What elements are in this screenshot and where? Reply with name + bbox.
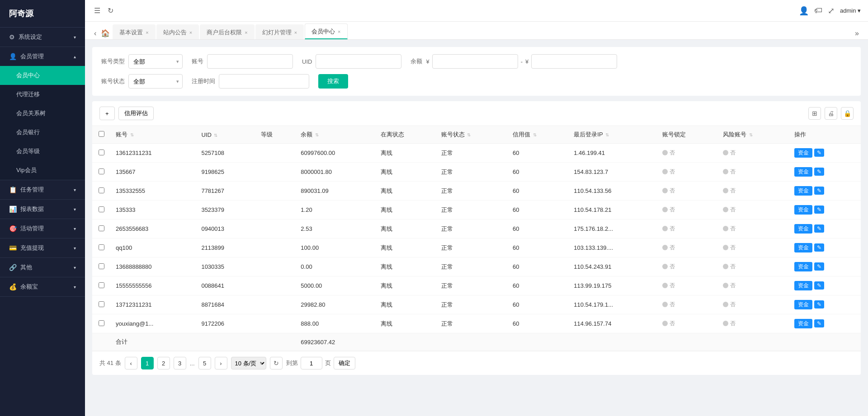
edit-button[interactable]: ✎ [814, 281, 824, 290]
row-checkbox[interactable] [99, 150, 104, 155]
tabs-prev-btn[interactable]: ‹ [92, 28, 98, 39]
sidebar-item-balance[interactable]: 💰 余额宝 ▾ [0, 277, 85, 296]
table-row: 13712311231 8871684 29982.80 离线 正常 60 11… [92, 295, 861, 314]
grid-view-btn[interactable]: ⊞ [808, 107, 821, 120]
prev-page-btn[interactable]: ‹ [125, 357, 137, 369]
home-tab[interactable]: 🏠 [99, 27, 112, 39]
sidebar-item-activity[interactable]: 🎯 活动管理 ▾ [0, 219, 85, 238]
zijin-button[interactable]: 资金 [794, 243, 812, 252]
uid-input[interactable] [316, 54, 401, 69]
sort-icon-ip[interactable]: ⇅ [605, 132, 609, 137]
sidebar-item-vip[interactable]: Vip会员 [0, 161, 85, 180]
edit-button[interactable]: ✎ [814, 168, 824, 176]
row-checkbox[interactable] [99, 244, 104, 250]
lock-btn[interactable]: 🔒 [841, 107, 854, 120]
collapse-btn[interactable]: ☰ [92, 5, 102, 17]
sidebar-item-agent-migrate[interactable]: 代理迁移 [0, 85, 85, 104]
account-type-select[interactable]: 全部 普通会员 代理 [128, 54, 183, 69]
table-refresh-btn[interactable]: ↻ [270, 357, 283, 369]
sort-icon-status[interactable]: ⇅ [467, 132, 471, 137]
zijin-button[interactable]: 资金 [794, 300, 812, 309]
sidebar-item-other[interactable]: 🔗 其他 ▾ [0, 258, 85, 277]
tab-member-center[interactable]: 会员中心 × [305, 23, 347, 39]
edit-button[interactable]: ✎ [814, 319, 824, 327]
edit-button[interactable]: ✎ [814, 224, 824, 233]
zijin-button[interactable]: 资金 [794, 148, 812, 158]
sidebar-item-member-tree[interactable]: 会员关系树 [0, 104, 85, 123]
search-button[interactable]: 搜索 [318, 74, 348, 89]
edit-button[interactable]: ✎ [814, 149, 824, 157]
tab-close-btn[interactable]: × [338, 29, 340, 34]
zijin-button[interactable]: 资金 [794, 167, 812, 177]
sort-icon-uid[interactable]: ⇅ [214, 133, 217, 138]
edit-button[interactable]: ✎ [814, 243, 824, 252]
balance-min-input[interactable] [432, 54, 518, 69]
tabs-next-btn[interactable]: » [853, 28, 861, 39]
row-checkbox[interactable] [99, 206, 104, 212]
edit-button[interactable]: ✎ [814, 300, 824, 308]
admin-dropdown[interactable]: admin ▾ [840, 7, 861, 14]
zijin-button[interactable]: 资金 [794, 224, 812, 234]
row-level [255, 201, 295, 220]
goto-confirm-btn[interactable]: 确定 [334, 357, 355, 369]
page-5-btn[interactable]: 5 [198, 357, 211, 369]
reg-time-input[interactable] [219, 74, 309, 89]
page-1-btn[interactable]: 1 [141, 357, 154, 369]
sidebar-item-member-bank[interactable]: 会员银行 [0, 123, 85, 142]
account-input[interactable] [207, 54, 293, 69]
row-account: qq100 [110, 238, 196, 257]
print-btn[interactable]: 🖨 [825, 107, 837, 120]
balance-range: ¥ - ¥ [426, 54, 617, 69]
sidebar-item-system[interactable]: ⚙ 系统设定 ▾ [0, 28, 85, 47]
row-account: 13688888880 [110, 257, 196, 276]
refresh-btn[interactable]: ↻ [106, 5, 115, 17]
sort-icon-account[interactable]: ⇅ [130, 132, 134, 137]
tab-merchant-permissions[interactable]: 商户后台权限 × [200, 24, 254, 39]
account-status-select[interactable]: 全部 正常 禁用 [128, 74, 183, 89]
goto-page-input[interactable] [301, 357, 322, 369]
row-checkbox[interactable] [99, 320, 104, 326]
add-button[interactable]: + [99, 107, 115, 120]
tab-close-btn[interactable]: × [146, 30, 148, 35]
tag-icon[interactable]: 🏷 [814, 6, 822, 15]
zijin-button[interactable]: 资金 [794, 186, 812, 196]
balance-max-input[interactable] [531, 54, 617, 69]
sidebar-item-member-center[interactable]: 会员中心 [0, 66, 85, 85]
user-avatar-icon[interactable]: 👤 [799, 6, 809, 16]
sort-icon-risk[interactable]: ⇅ [749, 132, 753, 137]
sidebar-item-member-level[interactable]: 会员等级 [0, 142, 85, 161]
tab-basic-settings[interactable]: 基本设置 × [113, 24, 155, 39]
edit-button[interactable]: ✎ [814, 262, 824, 271]
sidebar-item-member-mgmt[interactable]: 👤 会员管理 ▴ [0, 47, 85, 66]
fullscreen-icon[interactable]: ⤢ [828, 6, 835, 16]
page-size-select[interactable]: 10 条/页 20 条/页 50 条/页 [231, 357, 266, 369]
row-checkbox[interactable] [99, 301, 104, 307]
row-checkbox[interactable] [99, 225, 104, 231]
edit-button[interactable]: ✎ [814, 187, 824, 195]
tab-close-btn[interactable]: × [294, 30, 297, 35]
sidebar-item-report[interactable]: 📊 报表数据 ▾ [0, 200, 85, 219]
row-checkbox[interactable] [99, 263, 104, 269]
tab-close-btn[interactable]: × [245, 30, 247, 35]
sort-icon-balance[interactable]: ⇅ [315, 132, 319, 137]
edit-button[interactable]: ✎ [814, 206, 824, 214]
zijin-button[interactable]: 资金 [794, 262, 812, 271]
zijin-button[interactable]: 资金 [794, 205, 812, 215]
page-3-btn[interactable]: 3 [174, 357, 186, 369]
zijin-button[interactable]: 资金 [794, 319, 812, 328]
row-checkbox[interactable] [99, 187, 104, 193]
page-2-btn[interactable]: 2 [157, 357, 170, 369]
zijin-button[interactable]: 资金 [794, 281, 812, 290]
tab-slideshow[interactable]: 幻灯片管理 × [255, 24, 304, 39]
sidebar-group-other: 🔗 其他 ▾ [0, 258, 85, 277]
tab-notice[interactable]: 站内公告 × [156, 24, 199, 39]
select-all-checkbox[interactable] [99, 131, 104, 137]
sidebar-item-task[interactable]: 📋 任务管理 ▾ [0, 180, 85, 199]
credit-button[interactable]: 信用评估 [118, 107, 154, 120]
row-checkbox[interactable] [99, 282, 104, 288]
tab-close-btn[interactable]: × [189, 30, 192, 35]
sort-icon-credit[interactable]: ⇅ [533, 132, 537, 137]
sidebar-item-recharge[interactable]: 💳 充值提现 ▾ [0, 238, 85, 257]
row-checkbox[interactable] [99, 168, 104, 174]
next-page-btn[interactable]: › [215, 357, 227, 369]
